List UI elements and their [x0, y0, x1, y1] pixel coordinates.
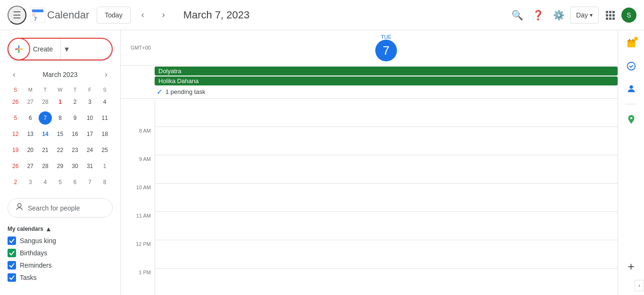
mini-calendar-day[interactable]: 9 — [68, 111, 82, 125]
mini-calendar-day[interactable]: 17 — [83, 127, 97, 141]
mini-calendar-day[interactable]: 10 — [83, 111, 97, 125]
right-maps-icon[interactable] — [622, 110, 641, 129]
hamburger-button[interactable]: ☰ — [8, 6, 26, 25]
mini-calendar-day[interactable]: 3 — [24, 176, 37, 189]
time-row[interactable] — [155, 127, 618, 155]
mini-calendar-day[interactable]: 4 — [39, 176, 52, 189]
mini-calendar-day[interactable]: 20 — [24, 143, 37, 157]
time-row[interactable] — [155, 99, 618, 127]
mini-cal-prev-button[interactable]: ‹ — [8, 68, 21, 81]
mini-calendar-day[interactable]: 16 — [68, 127, 82, 141]
contacts-icon — [626, 84, 636, 94]
mini-calendar-day[interactable]: 5 — [9, 111, 22, 125]
my-calendars-title[interactable]: My calendars ▲ — [8, 225, 52, 233]
mini-calendar-day[interactable]: 22 — [53, 143, 66, 157]
mini-calendar-day[interactable]: 26 — [9, 95, 22, 109]
mini-calendar-day[interactable]: 31 — [83, 160, 97, 173]
mini-calendar-day[interactable]: 14 — [39, 127, 52, 141]
my-calendar-item[interactable]: Tasks — [8, 271, 113, 284]
right-tasks-icon[interactable] — [622, 57, 641, 76]
pending-task[interactable]: ✓ 1 pending task — [155, 86, 618, 97]
search-people-field[interactable]: Search for people — [8, 198, 113, 218]
help-button[interactable]: ❓ — [528, 6, 547, 25]
mini-calendar-day[interactable]: 26 — [9, 160, 22, 173]
day-number: 7 — [375, 40, 397, 61]
chevron-up-icon: ▲ — [45, 225, 52, 233]
mini-calendar-day[interactable]: 23 — [68, 143, 82, 157]
header-icons: 🔍 ❓ ⚙️ Day ▾ — [508, 6, 636, 25]
right-add-button[interactable]: + — [622, 257, 641, 276]
right-contacts-icon[interactable] — [622, 79, 641, 98]
my-calendar-item[interactable]: Reminders — [8, 259, 113, 271]
mini-cal-next-button[interactable]: › — [99, 68, 113, 81]
mini-calendar-day[interactable]: 28 — [39, 160, 52, 173]
mini-calendar-day[interactable]: 19 — [9, 143, 22, 157]
task-check-icon: ✓ — [157, 87, 163, 96]
create-plus-icon — [8, 38, 30, 60]
day-header: GMT+00 TUE 7 — [121, 30, 618, 66]
time-label: 12 PM — [121, 240, 155, 269]
mini-calendar-day[interactable]: 4 — [98, 95, 111, 109]
event-holika-dahana[interactable]: Holika Dahana — [155, 76, 618, 85]
mini-calendar-day[interactable]: 7 — [39, 111, 52, 125]
view-selector[interactable]: Day ▾ — [570, 7, 599, 24]
search-button[interactable]: 🔍 — [508, 6, 527, 25]
prev-button[interactable]: ‹ — [134, 7, 151, 24]
mini-calendar-day[interactable]: 1 — [98, 160, 111, 173]
mini-calendar-day[interactable]: 15 — [53, 127, 66, 141]
settings-button[interactable]: ⚙️ — [549, 6, 568, 25]
mini-calendar-day[interactable]: 8 — [53, 111, 66, 125]
main-content: Create ▾ ‹ March 2023 › SMTWTFS 26272812… — [0, 30, 644, 295]
svg-rect-10 — [606, 17, 608, 20]
calendar-checkbox — [8, 249, 16, 257]
mini-calendar-day[interactable]: 21 — [39, 143, 52, 157]
my-calendar-item[interactable]: Birthdays — [8, 247, 113, 259]
mini-calendar-day[interactable]: 24 — [83, 143, 97, 157]
time-row[interactable] — [155, 184, 618, 212]
mini-calendar-day[interactable]: 30 — [68, 160, 82, 173]
time-row[interactable] — [155, 269, 618, 295]
mini-calendar-day[interactable]: 27 — [24, 160, 37, 173]
help-icon: ❓ — [532, 9, 544, 21]
mini-calendar-day[interactable]: 6 — [24, 111, 37, 125]
event-dolyatra-title: Dolyatra — [158, 67, 181, 75]
mini-calendar-day[interactable]: 11 — [98, 111, 111, 125]
mini-calendar-day[interactable]: 18 — [98, 127, 111, 141]
time-row[interactable] — [155, 240, 618, 269]
mini-calendar-day[interactable]: 27 — [24, 95, 37, 109]
my-calendar-item[interactable]: Sangus king — [8, 235, 113, 247]
logo-text: Calendar — [47, 9, 89, 21]
today-button[interactable]: Today — [97, 7, 130, 24]
mini-calendar-day[interactable]: 25 — [98, 143, 111, 157]
mini-calendar-day[interactable]: 5 — [53, 176, 66, 189]
mini-calendar-day[interactable]: 2 — [68, 95, 82, 109]
mini-calendar-day[interactable]: 3 — [83, 95, 97, 109]
time-row[interactable] — [155, 155, 618, 184]
google-apps-button[interactable] — [601, 6, 619, 25]
create-dropdown-icon[interactable]: ▾ — [60, 39, 73, 59]
svg-rect-11 — [609, 17, 611, 20]
user-avatar[interactable]: S — [621, 8, 636, 23]
svg-rect-21 — [632, 39, 633, 41]
mini-calendar-day[interactable]: 29 — [53, 160, 66, 173]
mini-calendar-day[interactable]: 1 — [53, 95, 66, 109]
svg-rect-5 — [609, 11, 611, 13]
expand-button[interactable]: › — [635, 280, 644, 291]
event-dolyatra[interactable]: Dolyatra — [155, 67, 618, 76]
add-other-calendar-button[interactable]: + — [99, 291, 113, 295]
create-button[interactable]: Create ▾ — [8, 38, 113, 60]
time-label: 9 AM — [121, 155, 155, 184]
mini-calendar-day[interactable]: 12 — [9, 127, 22, 141]
time-row[interactable] — [155, 212, 618, 240]
mini-calendar-day[interactable]: 2 — [9, 176, 22, 189]
svg-rect-6 — [612, 11, 615, 13]
mini-calendar-day[interactable]: 28 — [39, 95, 52, 109]
mini-calendar-day[interactable]: 8 — [98, 176, 111, 189]
my-calendars-section: My calendars ▲ Sangus kingBirthdaysRemin… — [0, 221, 120, 287]
mini-calendar-day[interactable]: 13 — [24, 127, 37, 141]
next-button[interactable]: › — [155, 7, 172, 24]
mini-calendar-day[interactable]: 7 — [83, 176, 97, 189]
time-labels: 8 AM8 AM9 AM10 AM11 AM12 PM1 PM2 PM3 PM4… — [121, 99, 155, 295]
mini-calendar-day[interactable]: 6 — [68, 176, 82, 189]
right-calendar-icon[interactable] — [622, 34, 641, 53]
